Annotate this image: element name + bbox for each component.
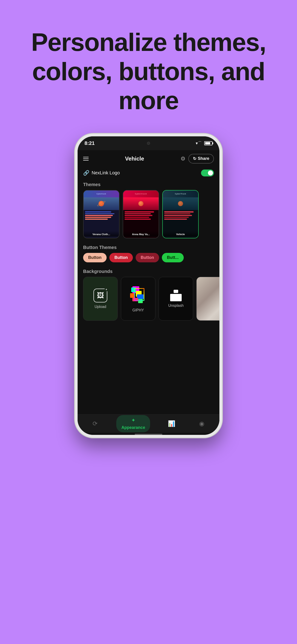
- theme-label-vehicle: Vehicle: [163, 231, 198, 236]
- tab-appearance-label: Appearance: [121, 425, 145, 430]
- menu-button[interactable]: [83, 157, 89, 160]
- btn-theme-1[interactable]: Button: [83, 253, 106, 262]
- backgrounds-row: 🖼 + Upload: [78, 277, 220, 325]
- theme-label-verena: Verana Cloth...: [84, 231, 119, 236]
- btn-theme-2[interactable]: Button: [109, 253, 133, 262]
- upload-label: Upload: [95, 305, 106, 309]
- theme-card-verena[interactable]: Cybertruck Verana Cloth...: [83, 190, 120, 238]
- header-actions: ⚙ ↻ Share: [180, 154, 214, 164]
- nexlink-toggle[interactable]: [201, 170, 214, 176]
- hero-section: Personalize themes, colors, buttons, and…: [0, 28, 297, 115]
- status-time: 8:21: [84, 140, 95, 146]
- tab-bar: ⟳ ✦ Appearance 📊 ◉: [78, 414, 220, 433]
- bg-card-upload[interactable]: 🖼 + Upload: [83, 277, 118, 320]
- chart-tab-icon: 📊: [168, 420, 175, 427]
- bg-card-giphy[interactable]: GIPHY: [121, 277, 156, 320]
- theme-card-anna[interactable]: Cybertruck Anna May Va...: [123, 190, 159, 238]
- tab-eye[interactable]: ◉: [193, 420, 211, 427]
- home-bar: [135, 434, 162, 435]
- themes-row: Cybertruck Verana Cloth...: [78, 190, 220, 243]
- hero-title: Personalize themes, colors, buttons, and…: [18, 28, 278, 115]
- wifi-icon: ▾⌒: [196, 140, 202, 146]
- unsplash-label: Unsplash: [168, 304, 184, 308]
- nexlink-left: 🔗 NexLink Logo: [83, 170, 120, 176]
- share-icon: ↻: [193, 156, 196, 161]
- tab-chart[interactable]: 📊: [162, 420, 181, 427]
- unsplash-icon: [170, 290, 182, 301]
- svg-rect-1: [170, 294, 182, 301]
- eye-tab-icon: ◉: [199, 420, 204, 427]
- link-icon: 🔗: [83, 170, 89, 176]
- bug-icon[interactable]: ⚙: [180, 156, 186, 162]
- bg-card-photo[interactable]: [196, 277, 220, 320]
- app-header: Vehicle ⚙ ↻ Share: [78, 150, 220, 167]
- btn-theme-3[interactable]: Button: [136, 253, 159, 262]
- tab-link[interactable]: ⟳: [86, 420, 104, 427]
- svg-rect-0: [174, 290, 178, 293]
- camera-notch: [147, 142, 150, 145]
- theme-label-anna: Anna May Va...: [123, 231, 159, 236]
- button-themes-row: Button Button Button Butt...: [78, 253, 220, 267]
- appearance-tab-icon: ✦: [131, 417, 136, 423]
- theme-card-vehicle[interactable]: CyberTruck Vehicle: [162, 190, 199, 238]
- status-icons: ▾⌒: [196, 140, 212, 146]
- link-tab-icon: ⟳: [92, 420, 98, 427]
- share-label: Share: [198, 156, 209, 161]
- themes-section-label: Themes: [78, 180, 220, 190]
- bg-card-unsplash[interactable]: Unsplash: [159, 277, 193, 320]
- nexlink-row: 🔗 NexLink Logo: [78, 167, 220, 180]
- giphy-label: GIPHY: [132, 308, 144, 312]
- btn-theme-4[interactable]: Butt...: [162, 253, 184, 262]
- upload-icon: 🖼 +: [94, 288, 107, 302]
- tab-appearance[interactable]: ✦ Appearance: [116, 415, 150, 432]
- phone-screen: Vehicle ⚙ ↻ Share 🔗 NexLink Logo Themes: [78, 150, 220, 435]
- battery-icon: [204, 141, 212, 145]
- button-themes-section-label: Button Themes: [78, 243, 220, 253]
- status-bar: 8:21 ▾⌒: [78, 136, 220, 150]
- app-title: Vehicle: [125, 156, 144, 162]
- backgrounds-section-label: Backgrounds: [78, 267, 220, 277]
- phone-mockup: 8:21 ▾⌒ Vehicle ⚙ ↻ Share: [75, 134, 222, 438]
- nexlink-label: NexLink Logo: [92, 170, 120, 176]
- share-button[interactable]: ↻ Share: [188, 154, 214, 164]
